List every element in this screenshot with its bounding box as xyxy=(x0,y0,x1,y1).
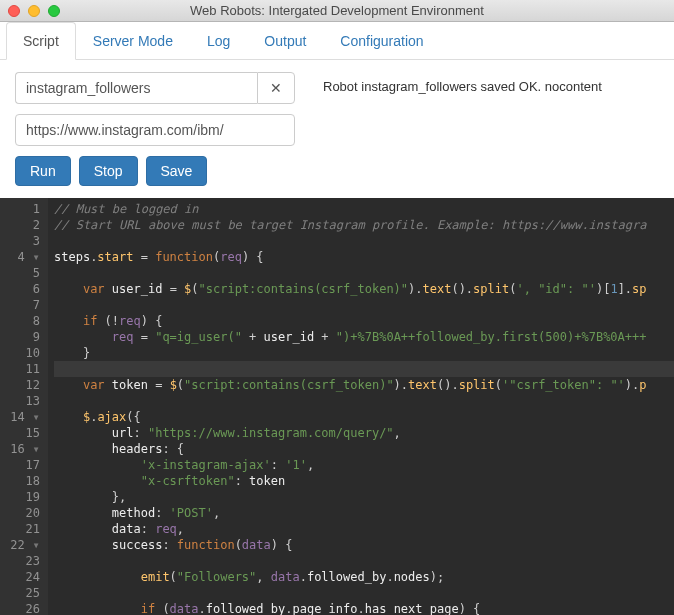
start-url-input[interactable] xyxy=(15,114,295,146)
line-number: 11 xyxy=(4,361,40,377)
code-line[interactable]: 'x-instagram-ajax': '1', xyxy=(54,457,674,473)
tab-log[interactable]: Log xyxy=(190,22,247,60)
line-number: 15 xyxy=(4,425,40,441)
close-icon: ✕ xyxy=(270,80,282,96)
window-titlebar: Web Robots: Intergated Development Envir… xyxy=(0,0,674,22)
line-number: 21 xyxy=(4,521,40,537)
editor-code[interactable]: // Must be logged in// Start URL above m… xyxy=(48,198,674,615)
code-line[interactable]: $.ajax({ xyxy=(54,409,674,425)
line-number: 5 xyxy=(4,265,40,281)
code-line[interactable]: if (data.followed_by.page_info.has_next_… xyxy=(54,601,674,615)
code-line[interactable] xyxy=(54,361,674,377)
code-line[interactable]: steps.start = function(req) { xyxy=(54,249,674,265)
line-number: 18 xyxy=(4,473,40,489)
code-line[interactable] xyxy=(54,265,674,281)
code-line[interactable]: headers: { xyxy=(54,441,674,457)
close-window-button[interactable] xyxy=(8,5,20,17)
line-number: 14 ▾ xyxy=(4,409,40,425)
code-line[interactable]: data: req, xyxy=(54,521,674,537)
line-number: 9 xyxy=(4,329,40,345)
tab-server-mode[interactable]: Server Mode xyxy=(76,22,190,60)
code-line[interactable]: // Start URL above must be target Instag… xyxy=(54,217,674,233)
code-line[interactable]: "x-csrftoken": token xyxy=(54,473,674,489)
line-number: 7 xyxy=(4,297,40,313)
code-line[interactable]: emit("Followers", data.followed_by.nodes… xyxy=(54,569,674,585)
code-line[interactable]: method: 'POST', xyxy=(54,505,674,521)
save-button[interactable]: Save xyxy=(146,156,208,186)
line-number: 23 xyxy=(4,553,40,569)
line-number: 8 xyxy=(4,313,40,329)
line-number: 12 xyxy=(4,377,40,393)
run-button[interactable]: Run xyxy=(15,156,71,186)
editor-gutter: 1 2 3 4 ▾5 6 7 8 9 10 11 12 13 14 ▾15 16… xyxy=(0,198,48,615)
code-line[interactable] xyxy=(54,553,674,569)
line-number: 1 xyxy=(4,201,40,217)
line-number: 25 xyxy=(4,585,40,601)
line-number: 17 xyxy=(4,457,40,473)
window-title: Web Robots: Intergated Development Envir… xyxy=(0,3,674,18)
code-line[interactable] xyxy=(54,233,674,249)
minimize-window-button[interactable] xyxy=(28,5,40,17)
line-number: 13 xyxy=(4,393,40,409)
line-number: 20 xyxy=(4,505,40,521)
robot-name-input[interactable] xyxy=(15,72,257,104)
code-line[interactable]: req = "q=ig_user(" + user_id + ")+%7B%0A… xyxy=(54,329,674,345)
code-line[interactable] xyxy=(54,393,674,409)
code-line[interactable]: var user_id = $("script:contains(csrf_to… xyxy=(54,281,674,297)
line-number: 22 ▾ xyxy=(4,537,40,553)
line-number: 26 xyxy=(4,601,40,615)
stop-button[interactable]: Stop xyxy=(79,156,138,186)
code-line[interactable]: }, xyxy=(54,489,674,505)
tab-bar: Script Server Mode Log Output Configurat… xyxy=(0,22,674,60)
clear-name-button[interactable]: ✕ xyxy=(257,72,295,104)
line-number: 4 ▾ xyxy=(4,249,40,265)
code-editor[interactable]: 1 2 3 4 ▾5 6 7 8 9 10 11 12 13 14 ▾15 16… xyxy=(0,198,674,615)
code-line[interactable] xyxy=(54,297,674,313)
line-number: 2 xyxy=(4,217,40,233)
code-line[interactable]: } xyxy=(54,345,674,361)
line-number: 3 xyxy=(4,233,40,249)
code-line[interactable] xyxy=(54,585,674,601)
tab-output[interactable]: Output xyxy=(247,22,323,60)
line-number: 16 ▾ xyxy=(4,441,40,457)
status-message: Robot instagram_followers saved OK. noco… xyxy=(323,72,602,94)
code-line[interactable]: success: function(data) { xyxy=(54,537,674,553)
tab-configuration[interactable]: Configuration xyxy=(323,22,440,60)
maximize-window-button[interactable] xyxy=(48,5,60,17)
code-line[interactable]: url: "https://www.instagram.com/query/", xyxy=(54,425,674,441)
code-line[interactable]: var token = $("script:contains(csrf_toke… xyxy=(54,377,674,393)
line-number: 6 xyxy=(4,281,40,297)
tab-script[interactable]: Script xyxy=(6,22,76,60)
line-number: 10 xyxy=(4,345,40,361)
code-line[interactable]: if (!req) { xyxy=(54,313,674,329)
line-number: 19 xyxy=(4,489,40,505)
code-line[interactable]: // Must be logged in xyxy=(54,201,674,217)
traffic-lights xyxy=(0,5,60,17)
line-number: 24 xyxy=(4,569,40,585)
